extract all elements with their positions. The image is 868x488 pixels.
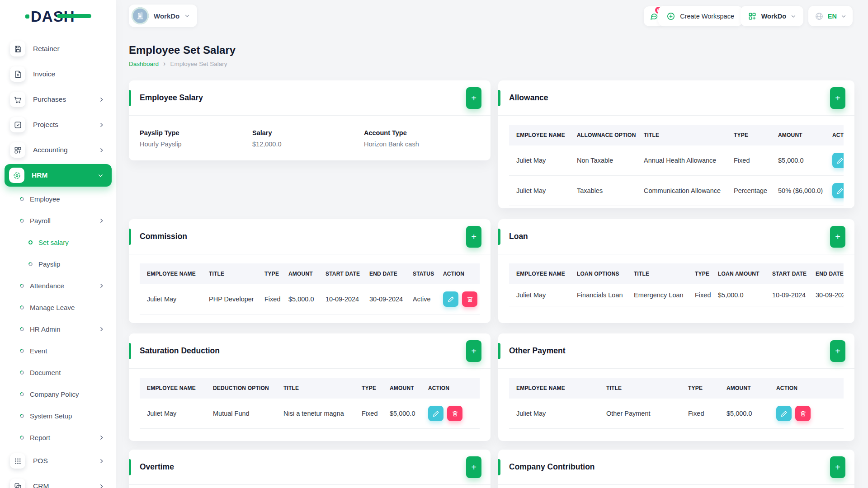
plus-circle-icon — [666, 12, 675, 21]
edit-button pencil-icon[interactable] — [776, 406, 792, 421]
employee-salary-fields: Payslip Type Hourly Payslip Salary $12,0… — [129, 116, 491, 160]
submenu-item-manage-leave[interactable]: Manage Leave — [0, 296, 116, 318]
card-title: Overtime — [140, 462, 174, 472]
breadcrumb-dashboard-link[interactable]: Dashboard — [129, 61, 159, 67]
language-selector[interactable]: EN — [808, 6, 853, 26]
delete-button trash-icon[interactable] — [462, 291, 477, 307]
sidebar-item-label: Invoice — [33, 70, 55, 78]
dots-grid-icon — [10, 453, 25, 469]
edit-button pencil-icon[interactable] — [832, 153, 844, 168]
globe-icon — [815, 12, 824, 21]
plus-icon: + — [835, 346, 840, 357]
submenu-item-hr-admin[interactable]: HR Admin — [0, 318, 116, 340]
breadcrumb-current: Employee Set Salary — [170, 61, 227, 67]
submenu-item-event[interactable]: Event — [0, 340, 116, 361]
add-loan-button[interactable]: + — [830, 226, 845, 248]
hrm-people-cycle-icon — [9, 168, 24, 183]
edit-button pencil-icon[interactable] — [832, 183, 844, 198]
sidebar-item-hrm-active-pill: HRM — [5, 164, 112, 187]
table-row: Juliet May Mutual Fund Nisi a tenetur ma… — [140, 399, 480, 429]
field-account-type: Account Type Horizon Bank cash — [364, 129, 480, 148]
status-text: Active — [406, 284, 436, 314]
submenu-item-set-salary[interactable]: Set salary — [0, 231, 116, 253]
table-header-row: EMPLOYEE NAME ALLOWNACE OPTION TITLE TYP… — [509, 125, 844, 145]
shopping-cart-icon — [10, 92, 25, 107]
submenu-item-company-policy[interactable]: Company Policy — [0, 383, 116, 405]
add-company-contribution-button[interactable]: + — [830, 456, 845, 478]
logo-bar-accent — [57, 14, 91, 18]
sidebar-item-pos[interactable]: POS — [0, 448, 116, 474]
invoice-file-icon — [10, 66, 25, 82]
overlapping-squares-icon — [10, 479, 25, 488]
card-title: Allowance — [509, 93, 548, 103]
bullet-icon — [28, 239, 33, 245]
card-header: Employee Salary + — [129, 80, 491, 116]
submenu-item-employee[interactable]: Employee — [0, 188, 116, 210]
add-commission-button[interactable]: + — [466, 226, 481, 248]
loan-card: Loan + EMPLOYEE NAME LOAN OPTIONS TITLE … — [498, 219, 854, 323]
sidebar-item-label: Accounting — [33, 146, 68, 154]
sidebar-item-hrm[interactable]: HRM — [0, 163, 116, 188]
submenu-item-payroll[interactable]: Payroll — [0, 210, 116, 231]
sidebar-item-accounting[interactable]: Accounting — [0, 137, 116, 163]
add-overtime-button[interactable]: + — [466, 456, 481, 478]
edit-button pencil-icon[interactable] — [443, 291, 458, 307]
table-header-row: EMPLOYEE NAME TITLE TYPE AMOUNT ACTION — [509, 378, 844, 399]
chevron-right-icon — [99, 483, 104, 488]
add-allowance-button[interactable]: + — [830, 87, 845, 109]
app-logo[interactable]: DASH — [25, 7, 75, 25]
add-employee-salary-button[interactable]: + — [466, 87, 481, 109]
add-other-payment-button[interactable]: + — [830, 340, 845, 362]
plus-icon: + — [835, 462, 840, 473]
chevron-down-icon — [98, 173, 104, 178]
sidebar-item-purchases[interactable]: Purchases — [0, 87, 116, 112]
table-row: Juliet May Financials Loan Emergency Loa… — [509, 284, 844, 306]
card-header: Saturation Deduction + — [129, 333, 491, 369]
card-title: Company Contribution — [509, 462, 595, 472]
app-menu-button[interactable]: WorkDo — [741, 6, 803, 26]
submenu-item-report[interactable]: Report — [0, 427, 116, 448]
sidebar-item-projects[interactable]: Projects — [0, 112, 116, 137]
submenu-item-document[interactable]: Document — [0, 361, 116, 383]
delete-button trash-icon[interactable] — [447, 406, 462, 421]
employee-salary-card: Employee Salary + Payslip Type Hourly Pa… — [129, 80, 491, 160]
plus-icon: + — [471, 346, 476, 357]
table-header-row: EMPLOYEE NAME LOAN OPTIONS TITLE TYPE LO… — [509, 263, 844, 284]
logo-dot-accent — [25, 14, 29, 19]
bullet-icon — [19, 435, 25, 441]
saturation-deduction-card: Saturation Deduction + EMPLOYEE NAME DED… — [129, 333, 491, 441]
sidebar-item-label: Projects — [33, 121, 58, 129]
other-payment-card: Other Payment + EMPLOYEE NAME TITLE TYPE… — [498, 333, 854, 441]
add-saturation-deduction-button[interactable]: + — [466, 340, 481, 362]
sidebar-item-retainer[interactable]: Retainer — [0, 36, 116, 61]
field-salary: Salary $12,000.0 — [252, 129, 364, 148]
submenu-item-payslip[interactable]: Payslip — [0, 253, 116, 275]
bullet-icon — [19, 305, 25, 310]
submenu-item-attendance[interactable]: Attendance — [0, 275, 116, 296]
workspace-name: WorkDo — [154, 12, 179, 20]
bullet-icon — [19, 326, 25, 332]
delete-button trash-icon[interactable] — [795, 406, 811, 421]
other-payment-table: EMPLOYEE NAME TITLE TYPE AMOUNT ACTION J… — [509, 378, 844, 429]
company-contribution-card: Company Contribution + — [498, 450, 854, 488]
bullet-icon — [19, 196, 25, 202]
chevron-right-icon — [99, 147, 104, 153]
chevron-right-icon — [99, 458, 104, 464]
bullet-icon — [19, 391, 25, 397]
saturation-deduction-table: EMPLOYEE NAME DEDUCTION OPTION TITLE TYP… — [140, 378, 480, 429]
submenu-item-system-setup[interactable]: System Setup — [0, 405, 116, 427]
workspace-switcher[interactable]: WorkDo — [129, 5, 197, 27]
workspace-avatar building-icon — [132, 7, 149, 24]
bullet-icon — [19, 413, 25, 419]
chevron-down-icon — [184, 13, 190, 19]
plus-icon: + — [471, 232, 476, 242]
sidebar-item-label: Retainer — [33, 45, 60, 53]
plus-icon: + — [835, 93, 840, 103]
edit-button pencil-icon[interactable] — [428, 406, 443, 421]
create-workspace-button[interactable]: Create Workspace — [658, 6, 742, 26]
sidebar-item-crm[interactable]: CRM — [0, 474, 116, 488]
plus-icon: + — [471, 93, 476, 103]
bullet-icon — [19, 348, 25, 354]
chevron-right-icon — [99, 435, 104, 441]
sidebar-item-invoice[interactable]: Invoice — [0, 61, 116, 87]
